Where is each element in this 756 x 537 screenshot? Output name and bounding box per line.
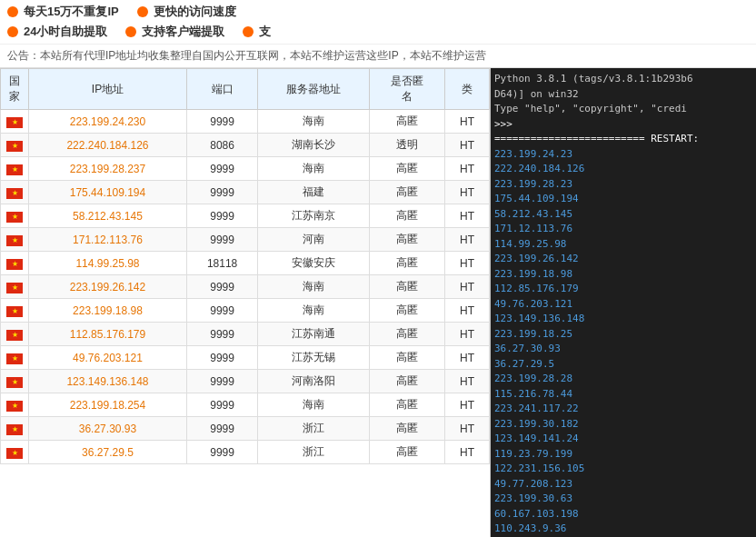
ip-cell[interactable]: 223.199.18.254	[29, 393, 187, 417]
ip-cell[interactable]: 123.149.136.148	[29, 370, 187, 393]
ip-cell[interactable]: 175.44.109.194	[29, 181, 187, 204]
table-row: ★ 114.99.25.98 18118 安徽安庆 高匿 HT	[1, 252, 490, 275]
table-row: ★ 112.85.176.179 9999 江苏南通 高匿 HT	[1, 323, 490, 346]
ip-link[interactable]: 175.44.109.194	[70, 186, 145, 199]
ip-cell[interactable]: 223.199.26.142	[29, 275, 187, 299]
console-ip-line: 49.76.203.121	[494, 297, 752, 313]
port-cell: 8086	[186, 134, 257, 157]
console-ip-line: 223.241.117.22	[494, 402, 752, 417]
ip-link[interactable]: 123.149.136.148	[66, 375, 148, 388]
location-cell: 江苏南京	[258, 204, 370, 228]
port-cell: 18118	[186, 252, 257, 275]
ip-link[interactable]: 223.199.28.237	[70, 163, 145, 175]
console-ip-line: 123.149.136.148	[494, 312, 752, 327]
ip-cell[interactable]: 58.212.43.145	[29, 204, 187, 228]
console-ip-line: 175.44.109.194	[494, 192, 752, 207]
console-ip-line: 36.27.30.93	[494, 342, 752, 357]
location-cell: 浙江	[258, 417, 370, 441]
location-cell: 海南	[258, 275, 370, 299]
console-prompt: >>>	[494, 117, 752, 133]
banner-row2: 24小时自助提取 支持客户端提取 支	[7, 24, 749, 40]
ip-link[interactable]: 112.85.176.179	[70, 328, 145, 341]
ip-cell[interactable]: 223.199.28.237	[29, 157, 187, 181]
type-cell: HT	[445, 228, 490, 252]
ip-cell[interactable]: 49.76.203.121	[29, 346, 187, 370]
console-ip-line: 122.231.156.105	[494, 462, 752, 477]
flag-cell: ★	[1, 110, 29, 134]
console-ip-list: 223.199.24.23222.240.184.126223.199.28.2…	[494, 147, 752, 538]
ip-link[interactable]: 223.199.26.142	[70, 281, 145, 293]
banner-item-4: 支持客户端提取	[125, 24, 224, 40]
col-type: 类	[445, 69, 490, 110]
table-row: ★ 36.27.29.5 9999 浙江 高匿 HT	[1, 441, 490, 464]
ip-cell[interactable]: 114.99.25.98	[29, 252, 187, 275]
proxy-table: 国家 IP地址 端口 服务器地址 是否匿名 类 ★ 223.199.24.230…	[0, 68, 490, 464]
ip-link[interactable]: 58.212.43.145	[73, 210, 143, 223]
anon-cell: 高匿	[370, 275, 445, 299]
ip-cell[interactable]: 112.85.176.179	[29, 323, 187, 346]
port-cell: 9999	[186, 441, 257, 464]
table-row: ★ 171.12.113.76 9999 河南 高匿 HT	[1, 228, 490, 252]
ip-link[interactable]: 223.199.18.254	[70, 399, 145, 412]
type-cell: HT	[445, 417, 490, 441]
port-cell: 9999	[186, 370, 257, 393]
flag-cell: ★	[1, 346, 29, 370]
ip-link[interactable]: 222.240.184.126	[66, 139, 148, 152]
flag-cn: ★	[6, 377, 23, 388]
col-port: 端口	[186, 69, 257, 110]
location-cell: 浙江	[258, 441, 370, 464]
type-cell: HT	[445, 323, 490, 346]
anon-cell: 高匿	[370, 417, 445, 441]
console-ip-line: 58.212.43.145	[494, 207, 752, 223]
table-row: ★ 175.44.109.194 9999 福建 高匿 HT	[1, 181, 490, 204]
flag-cell: ★	[1, 204, 29, 228]
ip-link[interactable]: 223.199.18.98	[73, 304, 143, 317]
location-cell: 江苏南通	[258, 323, 370, 346]
flag-cn: ★	[6, 330, 23, 341]
type-cell: HT	[445, 252, 490, 275]
ip-cell[interactable]: 36.27.30.93	[29, 417, 187, 441]
ip-link[interactable]: 36.27.30.93	[79, 423, 136, 435]
ip-cell[interactable]: 222.240.184.126	[29, 134, 187, 157]
anon-cell: 透明	[370, 134, 445, 157]
console-ip-line: 110.243.9.36	[494, 522, 752, 537]
console-ip-line: 223.199.28.28	[494, 372, 752, 387]
ip-link[interactable]: 171.12.113.76	[73, 234, 143, 246]
type-cell: HT	[445, 299, 490, 323]
type-cell: HT	[445, 110, 490, 134]
type-cell: HT	[445, 275, 490, 299]
banner-item-5: 支	[243, 24, 271, 40]
location-cell: 湖南长沙	[258, 134, 370, 157]
ip-cell[interactable]: 223.199.18.98	[29, 299, 187, 323]
ip-link[interactable]: 49.76.203.121	[73, 352, 143, 364]
ip-link[interactable]: 114.99.25.98	[75, 257, 139, 270]
location-cell: 河南	[258, 228, 370, 252]
table-row: ★ 36.27.30.93 9999 浙江 高匿 HT	[1, 417, 490, 441]
console-ip-line: 223.199.30.182	[494, 417, 752, 433]
ip-link[interactable]: 223.199.24.230	[70, 115, 145, 128]
flag-cn: ★	[6, 141, 23, 152]
console-ip-line: 223.199.28.23	[494, 177, 752, 193]
console-ip-line: 114.99.25.98	[494, 237, 752, 253]
ip-cell[interactable]: 171.12.113.76	[29, 228, 187, 252]
ip-cell[interactable]: 223.199.24.230	[29, 110, 187, 134]
anon-cell: 高匿	[370, 370, 445, 393]
port-cell: 9999	[186, 157, 257, 181]
ip-link[interactable]: 36.27.29.5	[82, 446, 134, 459]
console-ip-line: 36.27.29.5	[494, 357, 752, 373]
ip-cell[interactable]: 36.27.29.5	[29, 441, 187, 464]
type-cell: HT	[445, 370, 490, 393]
flag-cn: ★	[6, 353, 23, 364]
table-row: ★ 123.149.136.148 9999 河南洛阳 高匿 HT	[1, 370, 490, 393]
flag-cn: ★	[6, 235, 23, 246]
anon-cell: 高匿	[370, 181, 445, 204]
console-ip-line: 49.77.208.123	[494, 477, 752, 492]
table-row: ★ 223.199.18.98 9999 海南 高匿 HT	[1, 299, 490, 323]
console-restart: ========================= RESTART:	[494, 132, 752, 147]
port-cell: 9999	[186, 110, 257, 134]
main-area: 国家 IP地址 端口 服务器地址 是否匿名 类 ★ 223.199.24.230…	[0, 68, 756, 537]
type-cell: HT	[445, 441, 490, 464]
port-cell: 9999	[186, 228, 257, 252]
flag-cn: ★	[6, 424, 23, 435]
orange-dot-2	[137, 6, 148, 17]
